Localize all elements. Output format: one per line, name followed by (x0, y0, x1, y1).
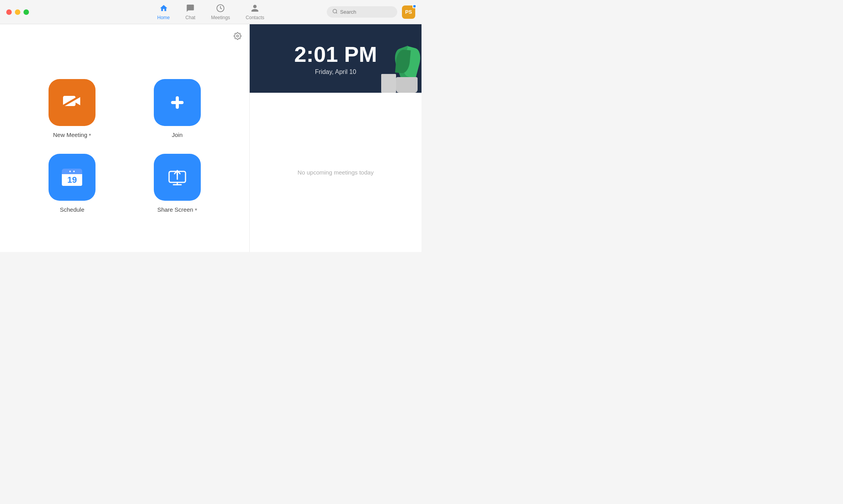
share-screen-icon (168, 167, 187, 187)
tab-home-label: Home (157, 15, 170, 20)
new-meeting-label: New Meeting ▾ (53, 131, 91, 138)
svg-line-2 (336, 13, 337, 14)
contacts-icon (251, 4, 259, 14)
camera-icon (62, 94, 82, 112)
new-meeting-button[interactable] (49, 79, 95, 126)
avatar-badge (412, 4, 416, 8)
schedule-item[interactable]: 19 Schedule (31, 154, 113, 213)
meetings-icon (216, 4, 225, 14)
chat-icon (186, 4, 195, 14)
share-screen-item[interactable]: Share Screen ▾ (137, 154, 218, 213)
svg-point-1 (333, 9, 337, 13)
tab-chat-label: Chat (186, 15, 195, 20)
search-icon (332, 9, 338, 15)
tab-chat[interactable]: Chat (186, 4, 195, 20)
join-button[interactable] (154, 79, 201, 126)
action-grid: New Meeting ▾ Join (0, 56, 249, 236)
new-meeting-chevron: ▾ (89, 132, 91, 137)
calendar-icon: 19 (62, 169, 82, 186)
tab-meetings-label: Meetings (211, 15, 230, 20)
clock-banner: 2:01 PM Friday, April 10 (250, 24, 422, 93)
settings-button[interactable] (234, 32, 241, 42)
clock-time: 2:01 PM (294, 41, 377, 67)
minimize-button[interactable] (15, 9, 20, 15)
main-content: New Meeting ▾ Join (0, 24, 422, 252)
no-meetings-message: No upcoming meetings today (297, 169, 373, 176)
svg-rect-6 (171, 101, 184, 104)
join-label: Join (172, 131, 183, 138)
nav-tabs: Home Chat Meetings (157, 4, 264, 20)
search-bar[interactable] (327, 6, 397, 18)
avatar-initials: PS (405, 9, 412, 15)
share-screen-label: Share Screen ▾ (157, 206, 197, 213)
plant-decoration (378, 24, 422, 93)
new-meeting-item[interactable]: New Meeting ▾ (31, 79, 113, 138)
left-panel: New Meeting ▾ Join (0, 24, 249, 252)
share-screen-chevron: ▾ (195, 207, 197, 212)
clock-date: Friday, April 10 (315, 68, 357, 76)
home-icon (159, 4, 168, 14)
avatar[interactable]: PS (402, 5, 415, 19)
tab-home[interactable]: Home (157, 4, 170, 20)
tab-contacts-label: Contacts (246, 15, 264, 20)
tab-contacts[interactable]: Contacts (246, 4, 264, 20)
right-panel: 2:01 PM Friday, April 10 No upcoming mee… (249, 24, 422, 252)
title-bar: Home Chat Meetings (0, 0, 422, 24)
plus-icon (168, 93, 187, 112)
schedule-button[interactable]: 19 (49, 154, 95, 201)
search-input[interactable] (340, 9, 392, 15)
maximize-button[interactable] (23, 9, 29, 15)
meetings-area: No upcoming meetings today (250, 93, 422, 252)
share-screen-button[interactable] (154, 154, 201, 201)
header-right: PS (327, 5, 415, 19)
svg-point-3 (237, 35, 239, 37)
close-button[interactable] (6, 9, 12, 15)
tab-meetings[interactable]: Meetings (211, 4, 230, 20)
traffic-lights (6, 9, 29, 15)
join-item[interactable]: Join (137, 79, 218, 138)
schedule-label: Schedule (60, 206, 85, 213)
